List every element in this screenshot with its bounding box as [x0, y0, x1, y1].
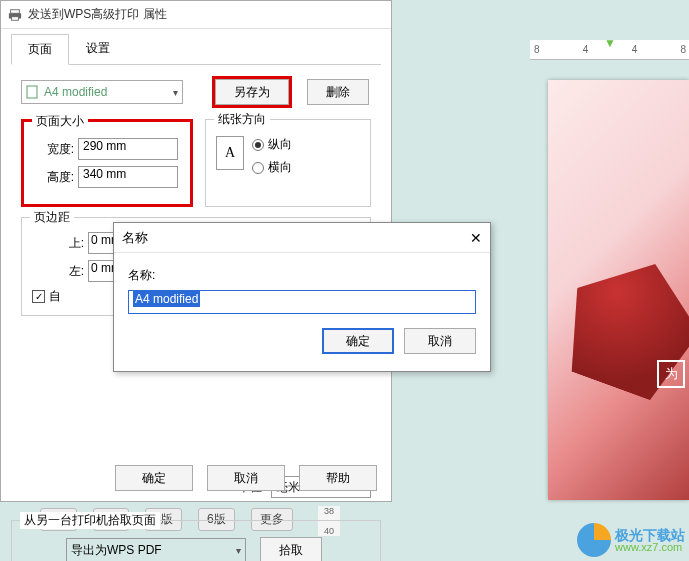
export-value: 导出为WPS PDF: [71, 542, 162, 559]
orientation-legend: 纸张方向: [214, 111, 270, 128]
canvas-badge: 为: [657, 360, 685, 388]
svg-rect-2: [12, 16, 19, 20]
titlebar: 发送到WPS高级打印 属性: [1, 1, 391, 29]
modal-cancel-button[interactable]: 取消: [404, 328, 476, 354]
capture-legend: 从另一台打印机拾取页面: [20, 512, 160, 529]
tab-page[interactable]: 页面: [11, 34, 69, 65]
modal-titlebar: 名称 ✕: [114, 223, 490, 253]
orientation-group: 纸张方向 A 纵向 横向: [205, 119, 371, 207]
name-input[interactable]: A4 modified: [128, 290, 476, 314]
width-label: 宽度:: [34, 141, 74, 158]
export-select[interactable]: 导出为WPS PDF ▾: [66, 538, 246, 561]
radio-portrait-label: 纵向: [268, 136, 292, 153]
checkbox-icon: [32, 290, 45, 303]
radio-icon: [252, 139, 264, 151]
preview-canvas: 为: [548, 80, 689, 500]
watermark-title: 极光下载站: [615, 528, 685, 542]
help-button[interactable]: 帮助: [299, 465, 377, 491]
orientation-preview-icon: A: [216, 136, 244, 170]
tabs: 页面 设置: [1, 29, 391, 64]
width-input[interactable]: 290 mm: [78, 138, 178, 160]
modal-title: 名称: [122, 229, 148, 247]
ruler-marker-icon: ▼: [604, 36, 616, 50]
modal-ok-button[interactable]: 确定: [322, 328, 394, 354]
globe-icon: [577, 523, 611, 557]
delete-button[interactable]: 删除: [307, 79, 369, 105]
watermark: 极光下载站 www.xz7.com: [577, 523, 685, 557]
height-input[interactable]: 340 mm: [78, 166, 178, 188]
svg-rect-3: [27, 86, 37, 98]
printer-icon: [7, 7, 23, 23]
capture-group: 从另一台打印机拾取页面 导出为WPS PDF ▾ 拾取: [11, 520, 381, 561]
page-icon: [26, 85, 40, 99]
watermark-url: www.xz7.com: [615, 542, 685, 553]
margin-left-label: 左:: [32, 263, 84, 280]
save-as-button[interactable]: 另存为: [215, 79, 289, 105]
capture-button[interactable]: 拾取: [260, 537, 322, 561]
modal-label: 名称:: [128, 267, 476, 284]
window-title: 发送到WPS高级打印 属性: [28, 6, 167, 23]
cancel-button[interactable]: 取消: [207, 465, 285, 491]
ruler-tick: 8: [680, 44, 686, 55]
ruler-tick: 8: [534, 44, 540, 55]
name-input-value: A4 modified: [133, 291, 200, 307]
page-size-legend: 页面大小: [32, 113, 88, 130]
margins-legend: 页边距: [30, 209, 74, 226]
top-ruler: 8 4 ▼ 4 8: [530, 40, 689, 60]
ok-button[interactable]: 确定: [115, 465, 193, 491]
chevron-down-icon: ▾: [173, 87, 178, 98]
height-label: 高度:: [34, 169, 74, 186]
ruler-tick: 4: [632, 44, 638, 55]
ruler-tick: 4: [583, 44, 589, 55]
auto-label: 自: [49, 288, 61, 305]
page-size-group: 页面大小 宽度: 290 mm 高度: 340 mm: [21, 119, 193, 207]
dialog-footer: 确定 取消 帮助: [115, 465, 377, 491]
margin-top-label: 上:: [32, 235, 84, 252]
chevron-down-icon: ▾: [236, 545, 241, 556]
svg-rect-0: [11, 9, 20, 13]
paper-select[interactable]: A4 modified ▾: [21, 80, 183, 104]
radio-landscape[interactable]: 横向: [252, 159, 292, 176]
radio-landscape-label: 横向: [268, 159, 292, 176]
tab-settings[interactable]: 设置: [69, 33, 127, 64]
paper-select-label: A4 modified: [44, 85, 173, 99]
radio-portrait[interactable]: 纵向: [252, 136, 292, 153]
radio-icon: [252, 162, 264, 174]
close-icon[interactable]: ✕: [470, 230, 482, 246]
name-dialog: 名称 ✕ 名称: A4 modified 确定 取消: [113, 222, 491, 372]
